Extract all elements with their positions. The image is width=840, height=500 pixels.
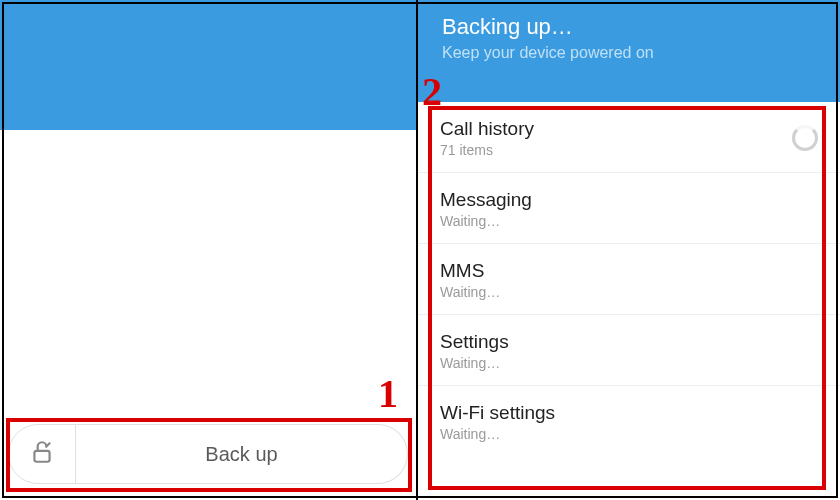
panel-step-2: Backing up… Keep your device powered on … [418,0,840,500]
backup-subtitle: Keep your device powered on [442,44,816,62]
list-item[interactable]: Call history 71 items [418,102,840,173]
item-title: MMS [440,260,500,282]
list-item-text: Call history 71 items [440,118,534,158]
backup-button-label: Back up [205,443,277,466]
header-right: Backing up… Keep your device powered on [418,0,840,102]
header-left [0,0,416,130]
item-title: Settings [440,331,509,353]
list-item-text: Wi-Fi settings Waiting… [440,402,555,442]
item-subtitle: 71 items [440,142,534,158]
svg-rect-0 [34,451,49,462]
loading-spinner-icon [792,125,818,151]
bottom-bar: Back up [0,416,416,500]
backup-button[interactable]: Back up [76,424,408,484]
unlock-icon [29,439,55,469]
item-subtitle: Waiting… [440,355,509,371]
item-subtitle: Waiting… [440,284,500,300]
item-subtitle: Waiting… [440,426,555,442]
list-item[interactable]: Messaging Waiting… [418,173,840,244]
item-subtitle: Waiting… [440,213,532,229]
lock-button[interactable] [8,424,76,484]
list-item[interactable]: Settings Waiting… [418,315,840,386]
backup-title: Backing up… [442,14,816,40]
item-title: Call history [440,118,534,140]
list-item-text: Settings Waiting… [440,331,509,371]
list-item-text: MMS Waiting… [440,260,500,300]
backup-items-list: Call history 71 items Messaging Waiting…… [418,102,840,456]
panel-step-1: Back up 1 [0,0,418,500]
list-item-text: Messaging Waiting… [440,189,532,229]
item-title: Wi-Fi settings [440,402,555,424]
annotation-number-1: 1 [378,370,398,417]
panels-container: Back up 1 Backing up… Keep your device p… [0,0,840,500]
list-item[interactable]: Wi-Fi settings Waiting… [418,386,840,456]
item-title: Messaging [440,189,532,211]
list-item[interactable]: MMS Waiting… [418,244,840,315]
